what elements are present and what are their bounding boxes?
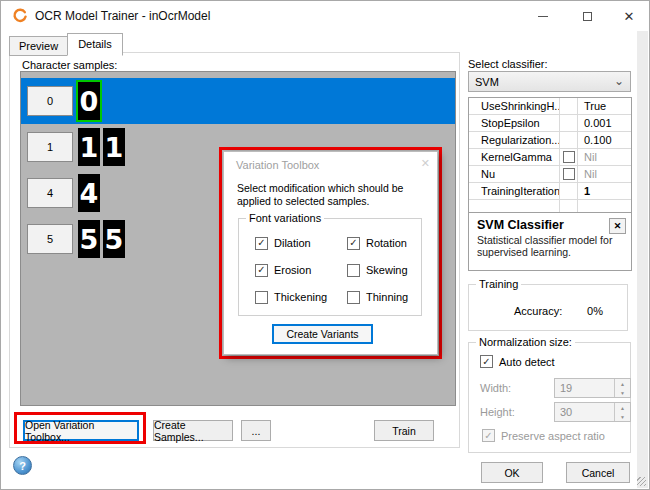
checkbox-label: Skewing xyxy=(366,264,408,276)
property-checkbox-cell xyxy=(559,183,578,199)
checkbox-dilation[interactable]: ✓ Dilation xyxy=(255,236,347,250)
sample-key-button[interactable]: 1 xyxy=(27,132,73,162)
property-row-useshrinking[interactable]: UseShrinkingH... True xyxy=(469,98,631,115)
checkbox-rotation[interactable]: ✓ Rotation xyxy=(347,236,408,250)
sample-tiles: 5 5 xyxy=(78,220,125,258)
property-checkbox-cell xyxy=(559,132,578,148)
checkbox-label: Auto detect xyxy=(499,356,555,368)
spinner-buttons: ▲ ▼ xyxy=(614,379,630,397)
tab-label: Preview xyxy=(19,40,58,52)
sample-tile[interactable]: 5 xyxy=(103,220,125,258)
sample-glyph: 4 xyxy=(80,178,99,209)
sample-tile[interactable]: 0 xyxy=(78,82,100,120)
checkbox-box xyxy=(347,264,360,277)
sample-tile[interactable]: 5 xyxy=(78,220,100,258)
checkbox-box: ✓ xyxy=(255,264,268,277)
classifier-selected-value: SVM xyxy=(475,76,499,88)
sample-key-button[interactable]: 4 xyxy=(27,178,73,208)
dialog-close-button[interactable]: ✕ xyxy=(421,157,430,170)
property-checkbox-cell xyxy=(559,149,578,165)
checkbox-label: Rotation xyxy=(366,237,407,249)
dialog-title: Variation Toolbox xyxy=(236,159,319,171)
check-icon: ✓ xyxy=(484,431,492,441)
property-value: 1 xyxy=(578,183,631,199)
classifier-description-text: Statistical classifier model for supervi… xyxy=(477,234,627,258)
window-title: OCR Model Trainer - inOcrModel xyxy=(35,9,210,23)
property-row-kernelgamma[interactable]: KernelGamma Nil xyxy=(469,149,631,166)
sample-tile[interactable]: 4 xyxy=(78,174,100,212)
sample-tiles: 1 1 xyxy=(78,128,125,166)
classifier-property-grid: UseShrinkingH... True StopEpsilon 0.001 … xyxy=(468,97,632,271)
filler-cell xyxy=(469,200,559,212)
resize-grip[interactable] xyxy=(637,477,646,486)
variation-toolbox-dialog: Variation Toolbox ✕ Select modification … xyxy=(223,151,438,355)
close-button[interactable]: ✕ xyxy=(609,1,649,31)
spinner-down-icon: ▼ xyxy=(615,388,630,397)
sample-glyph: 5 xyxy=(80,224,99,255)
sample-key-button[interactable]: 0 xyxy=(27,86,73,116)
checkbox-label: Erosion xyxy=(274,264,311,276)
minimize-button[interactable] xyxy=(523,1,563,31)
sample-tile[interactable]: 1 xyxy=(78,128,100,166)
sample-glyph: 1 xyxy=(80,132,99,163)
property-row-regularization[interactable]: Regularization... 0.100 xyxy=(469,132,631,149)
classifier-description-title: SVM Classifier xyxy=(477,218,631,232)
create-variants-button[interactable]: Create Variants xyxy=(272,324,373,344)
checkbox-label: Thinning xyxy=(366,291,408,303)
property-row-trainingiteration[interactable]: TrainingIteration 1 xyxy=(469,183,631,200)
dialog-message: Select modification which should be appl… xyxy=(237,182,439,208)
cancel-button[interactable]: Cancel xyxy=(566,462,630,483)
property-value: Nil xyxy=(578,149,631,165)
property-name: KernelGamma xyxy=(469,149,559,165)
checkbox-box xyxy=(347,291,360,304)
height-spinner: 30 ▲ ▼ xyxy=(554,402,631,422)
height-value: 30 xyxy=(560,406,572,418)
help-button[interactable]: ? xyxy=(13,456,32,475)
train-button[interactable]: Train xyxy=(374,420,434,441)
sample-key-button[interactable]: 5 xyxy=(27,224,73,254)
create-samples-button[interactable]: Create Samples... xyxy=(153,420,233,441)
sample-tile[interactable]: 1 xyxy=(103,128,125,166)
preserve-aspect-ratio-checkbox: ✓ Preserve aspect ratio xyxy=(482,429,605,442)
sample-key-label: 1 xyxy=(47,141,53,153)
checkbox-thinning[interactable]: Thinning xyxy=(347,290,408,304)
normalization-group: Normalization size: ✓ Auto detect Width:… xyxy=(468,342,631,453)
property-value: Nil xyxy=(578,166,631,182)
close-icon: ✕ xyxy=(421,157,430,169)
button-label: Cancel xyxy=(582,467,615,479)
sample-tiles: 4 xyxy=(78,174,100,212)
sample-row-0[interactable]: 0 0 xyxy=(21,78,455,124)
checkbox-box: ✓ xyxy=(255,237,268,250)
property-row-nu[interactable]: Nu Nil xyxy=(469,166,631,183)
property-checkbox-cell xyxy=(559,166,578,182)
spinner-up-icon: ▲ xyxy=(615,379,630,388)
button-label: Open Variation Toolbox... xyxy=(25,419,137,443)
ok-button[interactable]: OK xyxy=(481,462,543,483)
titlebar: OCR Model Trainer - inOcrModel ✕ xyxy=(1,1,649,31)
auto-detect-checkbox[interactable]: ✓ Auto detect xyxy=(480,355,555,368)
nil-checkbox[interactable] xyxy=(563,151,575,163)
check-icon: ✓ xyxy=(257,238,265,248)
property-row-stopepsilon[interactable]: StopEpsilon 0.001 xyxy=(469,115,631,132)
open-variation-toolbox-button[interactable]: Open Variation Toolbox... xyxy=(23,420,139,441)
property-name: StopEpsilon xyxy=(469,115,559,131)
checkbox-box xyxy=(255,291,268,304)
checkbox-skewing[interactable]: Skewing xyxy=(347,263,408,277)
chevron-down-icon: ⌄ xyxy=(614,74,624,88)
filler-cell xyxy=(578,200,631,212)
tab-preview[interactable]: Preview xyxy=(9,36,68,56)
nil-checkbox[interactable] xyxy=(563,168,575,180)
description-close-button[interactable]: ✕ xyxy=(609,218,626,234)
button-label: ... xyxy=(252,425,261,437)
sample-key-label: 4 xyxy=(47,187,53,199)
tab-details[interactable]: Details xyxy=(67,33,123,56)
classifier-description-panel: SVM Classifier ✕ Statistical classifier … xyxy=(469,212,631,272)
height-label: Height: xyxy=(480,406,515,418)
more-button[interactable]: ... xyxy=(241,420,271,441)
sample-key-label: 0 xyxy=(47,95,53,107)
classifier-dropdown[interactable]: SVM ⌄ xyxy=(468,71,631,92)
checkbox-erosion[interactable]: ✓ Erosion xyxy=(255,263,347,277)
maximize-button[interactable] xyxy=(567,1,607,31)
checkbox-thickening[interactable]: Thickening xyxy=(255,290,347,304)
button-label: Create Samples... xyxy=(154,419,232,443)
